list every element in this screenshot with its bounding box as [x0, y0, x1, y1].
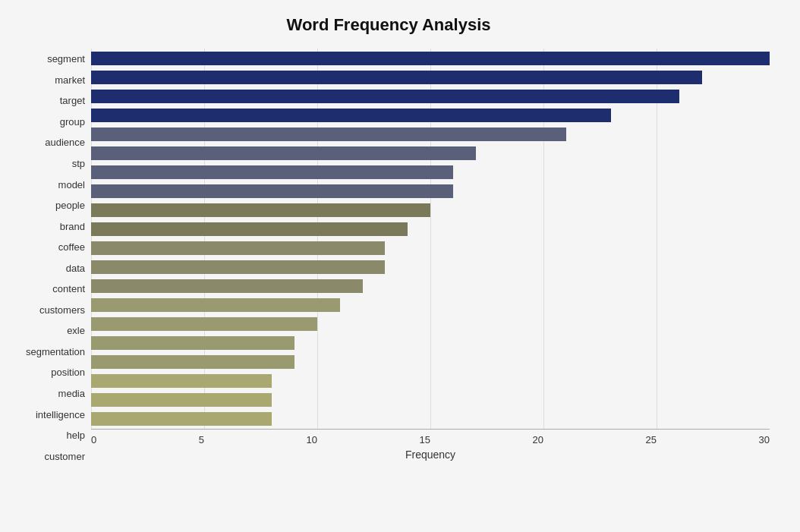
bar: [91, 279, 363, 293]
y-label: content: [52, 284, 85, 294]
bar-row: [91, 126, 770, 143]
y-label: brand: [60, 222, 85, 231]
y-label: target: [60, 96, 85, 105]
x-tick: 0: [91, 434, 96, 445]
y-labels: segmentmarkettargetgroupaudiencestpmodel…: [8, 49, 91, 467]
bar: [91, 109, 611, 122]
y-label: segmentation: [26, 347, 85, 357]
bars-area: [91, 49, 770, 429]
y-label: segment: [47, 54, 85, 64]
y-label: customer: [45, 452, 85, 461]
y-label: media: [58, 389, 85, 398]
bar-row: [91, 335, 770, 351]
x-tick: 15: [420, 434, 430, 445]
bar-row: [91, 202, 770, 219]
bar: [91, 127, 566, 141]
x-tick: 25: [646, 434, 657, 445]
x-tick: 20: [533, 434, 543, 445]
bar-row: [91, 392, 770, 408]
bar: [91, 298, 340, 312]
bar: [91, 241, 385, 255]
x-ticks: 051015202530: [91, 430, 770, 445]
bar-row: [91, 259, 770, 275]
bar-row: [91, 221, 770, 238]
bar: [91, 146, 476, 160]
bar: [91, 165, 453, 179]
chart-container: Word Frequency Analysis segmentmarkettar…: [0, 0, 800, 532]
bar-row: [91, 316, 770, 332]
y-label: intelligence: [36, 410, 85, 420]
y-label: exle: [67, 326, 85, 335]
bar-row: [91, 50, 770, 67]
y-label: audience: [45, 137, 85, 147]
x-axis-area: 051015202530 Frequency: [91, 429, 770, 467]
bar: [91, 260, 385, 274]
bar-row: [91, 240, 770, 257]
y-label: market: [55, 75, 85, 85]
y-label: help: [66, 430, 85, 440]
y-label: position: [51, 367, 85, 377]
bar-row: [91, 354, 770, 370]
y-label: people: [55, 200, 85, 210]
y-label: model: [58, 180, 85, 190]
y-label: data: [66, 263, 85, 273]
bar: [91, 203, 430, 217]
bar-row: [91, 411, 770, 427]
bar-row: [91, 107, 770, 124]
bar-row: [91, 278, 770, 294]
bar-row: [91, 88, 770, 105]
bar: [91, 222, 408, 236]
bar: [91, 317, 317, 331]
x-axis-label: Frequency: [91, 449, 770, 461]
bar: [91, 412, 272, 426]
bar-row: [91, 373, 770, 389]
x-tick: 10: [307, 434, 317, 445]
bar: [91, 374, 272, 388]
bars-and-xaxis: 051015202530 Frequency: [91, 49, 770, 467]
bar-row: [91, 164, 770, 181]
bar-row: [91, 145, 770, 162]
bar: [91, 184, 453, 198]
y-label: customers: [39, 305, 85, 315]
bar-row: [91, 297, 770, 313]
bar-row: [91, 69, 770, 86]
chart-title: Word Frequency Analysis: [8, 15, 770, 35]
bar: [91, 52, 770, 65]
y-label: stp: [72, 159, 85, 168]
bar: [91, 90, 679, 103]
bar: [91, 355, 294, 369]
x-tick: 5: [199, 434, 204, 445]
x-tick: 30: [759, 434, 770, 445]
y-label: coffee: [58, 242, 85, 252]
bar-row: [91, 183, 770, 200]
y-label: group: [60, 117, 85, 127]
bar: [91, 71, 702, 84]
bar: [91, 393, 272, 407]
chart-area: segmentmarkettargetgroupaudiencestpmodel…: [8, 49, 770, 467]
bar: [91, 336, 294, 350]
